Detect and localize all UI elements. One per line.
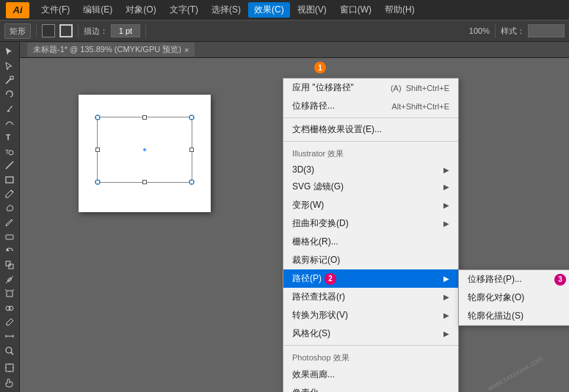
handle-bottom-center[interactable] — [142, 180, 147, 184]
menu-svg-filters[interactable]: SVG 滤镜(G) ▶ — [283, 178, 458, 196]
submenu-outline-stroke[interactable]: 轮廓化描边(S) — [459, 307, 569, 325]
zoom-value: 100% — [469, 26, 490, 35]
svg-rect-11 — [9, 264, 13, 269]
badge-1: 1 — [314, 62, 326, 73]
menu-apply-offset-label: 应用 "位移路径" — [292, 81, 354, 94]
tool-scale[interactable] — [1, 258, 18, 272]
menu-pixelate[interactable]: 像素化 — [283, 384, 458, 392]
svg-line-12 — [6, 276, 13, 283]
svg-rect-14 — [7, 291, 12, 297]
menu-pathfinder[interactable]: 路径查找器(r) ▶ — [283, 288, 458, 306]
tool-eraser[interactable] — [1, 230, 18, 243]
menu-raster-settings[interactable]: 文档栅格效果设置(E)... — [283, 120, 458, 139]
menu-effects[interactable]: 效果(C) — [248, 2, 290, 18]
canvas-tab-title: 未标题-1* @ 135.89% (CMYK/GPU 预览) — [33, 44, 181, 55]
menu-file[interactable]: 文件(F) — [35, 2, 76, 18]
menu-bar: 文件(F) 编辑(E) 对象(O) 文字(T) 选择(S) 效果(C) 视图(V… — [35, 2, 563, 18]
path-submenu: 位移路径(P)... 3 轮廓化对象(O) 轮廓化描边(S) — [458, 269, 569, 326]
badge-2: 2 — [325, 273, 336, 285]
tool-magic-wand[interactable] — [1, 73, 18, 87]
tool-pencil[interactable] — [1, 216, 18, 229]
tool-curvature[interactable] — [1, 116, 18, 129]
tool-free-transform[interactable] — [1, 287, 18, 300]
tool-paintbrush[interactable] — [1, 187, 18, 200]
tool-blob-brush[interactable] — [1, 201, 18, 214]
tool-rotate[interactable] — [1, 244, 18, 258]
tool-zoom[interactable] — [1, 344, 18, 357]
tool-eyedropper[interactable] — [1, 316, 18, 329]
canvas-tab-item[interactable]: 未标题-1* @ 135.89% (CMYK/GPU 预览) × — [27, 43, 195, 57]
style-dropdown[interactable] — [528, 24, 565, 37]
submenu-offset-path-label: 位移路径(P)... — [468, 273, 522, 286]
tool-line[interactable] — [1, 159, 18, 172]
menu-object[interactable]: 对象(O) — [120, 2, 162, 18]
style-label: 样式： — [501, 26, 525, 37]
menu-apply-offset-shortcut: (A) Shift+Ctrl+E — [391, 84, 449, 92]
handle-middle-left[interactable] — [95, 148, 100, 152]
svg-point-4 — [9, 150, 13, 155]
menu-text[interactable]: 文字(T) — [164, 2, 204, 18]
canvas-tab-close[interactable]: × — [184, 46, 189, 54]
svg-line-16 — [12, 289, 14, 291]
watermark: www.xxxxxxxx.com — [486, 354, 545, 392]
anchor-tl — [95, 115, 101, 120]
menu-apply-offset[interactable]: 应用 "位移路径" (A) Shift+Ctrl+E — [283, 79, 458, 97]
menu-stylize[interactable]: 风格化(S) ▶ — [283, 324, 458, 343]
stroke-input[interactable] — [111, 24, 140, 37]
title-bar: Ai 文件(F) 编辑(E) 对象(O) 文字(T) 选择(S) 效果(C) 视… — [0, 0, 569, 20]
menu-offset-path[interactable]: 位移路径... Alt+Shift+Ctrl+E — [283, 97, 458, 115]
menu-crop-marks[interactable]: 裁剪标记(O) — [283, 251, 458, 269]
menu-3d[interactable]: 3D(3) ▶ — [283, 161, 458, 178]
svg-line-5 — [6, 161, 13, 169]
menu-convert-shape-label: 转换为形状(V) — [292, 309, 348, 322]
menu-convert-shape[interactable]: 转换为形状(V) ▶ — [283, 306, 458, 324]
tool-direct-selection[interactable] — [1, 59, 18, 72]
toolbar: 矩形 描边： 100% 样式： — [0, 20, 569, 42]
svg-line-7 — [11, 190, 13, 192]
anchor-tr — [189, 115, 195, 120]
menu-filter-gallery[interactable]: 效果画廊... — [283, 366, 458, 384]
tool-selection[interactable] — [1, 45, 18, 58]
artboard — [79, 95, 211, 212]
canvas-area: 未标题-1* @ 135.89% (CMYK/GPU 预览) × — [20, 42, 569, 392]
menu-select[interactable]: 选择(S) — [206, 2, 247, 18]
submenu-offset-path[interactable]: 位移路径(P)... 3 — [459, 270, 569, 288]
tool-hand[interactable] — [1, 376, 18, 389]
menu-offset-path-label: 位移路径... — [292, 100, 335, 112]
tool-width[interactable] — [1, 273, 18, 286]
menu-stylize-label: 风格化(S) — [292, 327, 330, 340]
tool-lasso[interactable] — [1, 87, 18, 101]
tool-artboard[interactable] — [1, 361, 18, 374]
anchor-bl — [95, 179, 101, 185]
menu-divider-1 — [283, 117, 458, 118]
menu-path[interactable]: 路径(P) 2 ▶ 位移路径(P)... 3 轮廓化对象(O) 轮廓化描边 — [283, 269, 458, 288]
toolbar-separator-4 — [495, 24, 496, 37]
handle-middle-right[interactable] — [189, 148, 194, 152]
toolbar-separator-1 — [36, 24, 37, 37]
tool-pen[interactable] — [1, 102, 18, 115]
badge-1-container: 1 — [311, 62, 326, 73]
menu-warp[interactable]: 变形(W) ▶ — [283, 196, 458, 214]
stroke-label: 描边： — [84, 26, 108, 37]
menu-window[interactable]: 窗口(W) — [334, 2, 377, 18]
menu-edit[interactable]: 编辑(E) — [77, 2, 118, 18]
tool-type[interactable]: T — [1, 130, 18, 143]
menu-view[interactable]: 视图(V) — [291, 2, 333, 18]
menu-help[interactable]: 帮助(H) — [379, 2, 421, 18]
menu-rasterize[interactable]: 栅格化(R)... — [283, 233, 458, 251]
tool-shape-builder[interactable] — [1, 301, 18, 314]
tool-rectangle[interactable] — [1, 173, 18, 186]
handle-top-center[interactable] — [142, 115, 147, 120]
toolbar-separator-2 — [78, 24, 79, 37]
menu-distort[interactable]: 扭曲和变换(D) ▶ — [283, 214, 458, 233]
svg-rect-24 — [6, 364, 13, 371]
stroke-color-swatch[interactable] — [59, 24, 73, 37]
selected-object[interactable] — [97, 117, 192, 183]
menu-distort-arrow: ▶ — [443, 219, 449, 228]
submenu-outline-object[interactable]: 轮廓化对象(O) — [459, 288, 569, 307]
shape-selector[interactable]: 矩形 — [4, 23, 31, 39]
toolbox: T T — [0, 42, 20, 392]
fill-color-swatch[interactable] — [42, 24, 55, 37]
tool-touch-type[interactable]: T — [1, 145, 18, 158]
tool-measure[interactable] — [1, 330, 18, 343]
